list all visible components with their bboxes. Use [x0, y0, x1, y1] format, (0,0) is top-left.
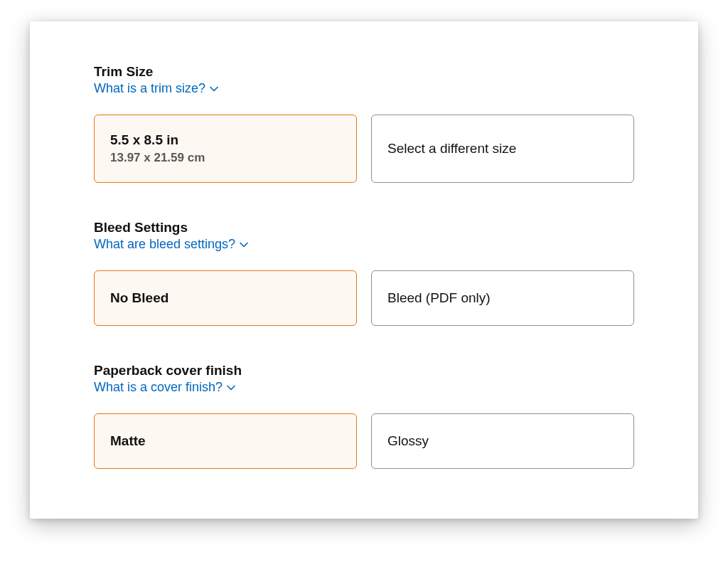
- trim-size-different-label: Select a different size: [387, 141, 618, 157]
- trim-size-selected-option[interactable]: 5.5 x 8.5 in 13.97 x 21.59 cm: [94, 115, 357, 183]
- chevron-down-icon: [240, 242, 248, 248]
- bleed-title: Bleed Settings: [94, 220, 634, 235]
- trim-size-help-text: What is a trim size?: [94, 81, 205, 96]
- trim-size-help-link[interactable]: What is a trim size?: [94, 81, 218, 96]
- cover-finish-title: Paperback cover finish: [94, 363, 634, 379]
- trim-size-different-option[interactable]: Select a different size: [371, 115, 634, 183]
- cover-finish-matte-label: Matte: [110, 433, 341, 449]
- cover-finish-glossy-label: Glossy: [387, 433, 618, 449]
- bleed-pdf-label: Bleed (PDF only): [387, 290, 618, 306]
- bleed-no-bleed-option[interactable]: No Bleed: [94, 270, 357, 326]
- bleed-help-link[interactable]: What are bleed settings?: [94, 237, 248, 252]
- bleed-options: No Bleed Bleed (PDF only): [94, 270, 634, 326]
- trim-size-options: 5.5 x 8.5 in 13.97 x 21.59 cm Select a d…: [94, 115, 634, 183]
- bleed-pdf-option[interactable]: Bleed (PDF only): [371, 270, 634, 326]
- cover-finish-glossy-option[interactable]: Glossy: [371, 413, 634, 469]
- cover-finish-matte-option[interactable]: Matte: [94, 413, 357, 469]
- bleed-help-text: What are bleed settings?: [94, 237, 235, 252]
- cover-finish-help-link[interactable]: What is a cover finish?: [94, 380, 235, 395]
- trim-size-value-in: 5.5 x 8.5 in: [110, 132, 341, 148]
- chevron-down-icon: [227, 385, 235, 391]
- bleed-no-bleed-label: No Bleed: [110, 290, 341, 306]
- cover-finish-section: Paperback cover finish What is a cover f…: [94, 363, 634, 469]
- trim-size-section: Trim Size What is a trim size? 5.5 x 8.5…: [94, 64, 634, 183]
- bleed-section: Bleed Settings What are bleed settings? …: [94, 220, 634, 326]
- cover-finish-options: Matte Glossy: [94, 413, 634, 469]
- trim-size-value-cm: 13.97 x 21.59 cm: [110, 151, 341, 165]
- trim-size-title: Trim Size: [94, 64, 634, 80]
- settings-card: Trim Size What is a trim size? 5.5 x 8.5…: [30, 21, 698, 519]
- chevron-down-icon: [210, 86, 218, 92]
- cover-finish-help-text: What is a cover finish?: [94, 380, 223, 395]
